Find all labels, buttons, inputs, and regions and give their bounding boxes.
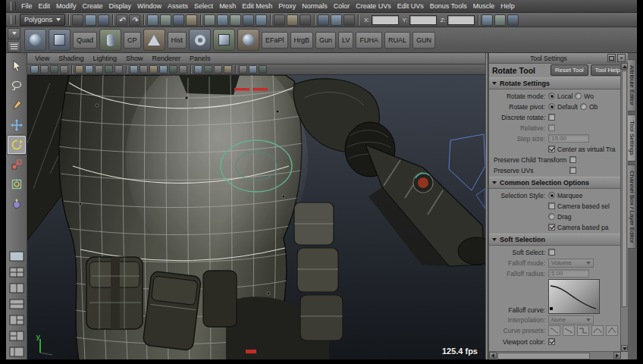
section-common-selection[interactable]: Common Selection Options	[489, 177, 621, 189]
shelf-torus-icon[interactable]	[189, 29, 211, 51]
step-size-field[interactable]: 15.00	[548, 134, 589, 143]
falloff-radius-field[interactable]: 5.00	[548, 269, 589, 278]
center-virtual-checkbox[interactable]	[548, 146, 555, 152]
grid-toggle-icon[interactable]	[75, 65, 83, 74]
xray-icon[interactable]	[194, 65, 202, 74]
panel-vertical-scrollbar[interactable]	[620, 63, 628, 352]
open-scene-icon[interactable]	[85, 14, 96, 26]
shelf-tab-selector[interactable]	[8, 28, 20, 39]
fog-icon[interactable]	[224, 65, 232, 74]
menu-bonus-tools[interactable]: Bonus Tools	[427, 0, 470, 13]
input-connections-icon[interactable]	[274, 14, 285, 26]
snap-surface-icon[interactable]	[256, 14, 267, 26]
discrete-rotate-checkbox[interactable]	[548, 114, 555, 121]
menu-edit-uvs[interactable]: Edit UVs	[394, 0, 427, 13]
separate-layers-icon[interactable]	[239, 65, 247, 74]
layout-three-pane-left-button[interactable]	[8, 329, 26, 343]
layout-three-pane-right-button[interactable]	[8, 313, 26, 327]
coord-z-field[interactable]	[447, 15, 475, 25]
backface-culling-icon[interactable]	[204, 65, 212, 74]
preserve-uvs-checkbox[interactable]	[569, 167, 576, 174]
construction-history-icon[interactable]	[300, 14, 311, 26]
shelf-plane-icon[interactable]	[213, 29, 235, 51]
preset-ease-icon[interactable]	[548, 325, 560, 336]
menu-help[interactable]: Help	[497, 0, 518, 13]
statusline-grip[interactable]	[11, 15, 16, 24]
panel-restore-button[interactable]	[607, 54, 616, 62]
layout-four-pane-button[interactable]	[8, 265, 26, 279]
rotate-pivot-default-radio[interactable]	[548, 103, 555, 110]
menu-color[interactable]: Color	[331, 0, 353, 13]
menuset-selector[interactable]: Polygons	[20, 14, 65, 26]
lights-mode-icon[interactable]	[179, 65, 187, 74]
shelf-button-gun[interactable]: Gun	[315, 32, 336, 49]
coord-y-field[interactable]	[409, 15, 437, 25]
preserve-child-checkbox[interactable]	[569, 156, 576, 163]
layout-single-pane-button[interactable]	[8, 249, 26, 263]
camera-based-selection-checkbox[interactable]	[548, 202, 555, 209]
shelf-cylinder-icon[interactable]	[99, 29, 121, 51]
tool-settings-toggle-icon[interactable]	[494, 14, 506, 26]
scroll-down-arrow[interactable]	[621, 345, 628, 352]
marquee-radio[interactable]	[548, 192, 555, 199]
hypergraph-icon[interactable]	[259, 65, 267, 74]
vertical-scroll-thumb[interactable]	[622, 71, 627, 307]
menubar-grip[interactable]	[11, 2, 16, 11]
preset-bell-icon[interactable]	[591, 325, 604, 336]
menu-modify[interactable]: Modify	[53, 0, 80, 13]
drag-radio[interactable]	[548, 213, 555, 220]
undo-icon[interactable]: ↶	[116, 14, 127, 26]
menu-normals[interactable]: Normals	[299, 0, 331, 13]
viewport-menu-panels[interactable]: Panels	[185, 55, 215, 62]
viewport-color-checkbox[interactable]	[548, 338, 555, 345]
menu-proxy[interactable]: Proxy	[275, 0, 299, 13]
tab-attribute-editor[interactable]: Attribute Editor	[628, 59, 636, 111]
wireframe-mode-icon[interactable]	[149, 65, 158, 74]
safe-action-icon[interactable]	[130, 65, 138, 74]
lasso-tool-button[interactable]	[8, 77, 26, 95]
output-connections-icon[interactable]	[287, 14, 298, 26]
rotate-mode-world-radio[interactable]	[575, 93, 582, 99]
scroll-right-arrow[interactable]	[613, 352, 621, 359]
image-plane-icon[interactable]	[60, 65, 68, 74]
soft-mod-tool-button[interactable]	[8, 195, 26, 213]
menu-file[interactable]: File	[18, 0, 36, 13]
channel-box-toggle-icon[interactable]	[507, 14, 519, 26]
shelf-button-cp[interactable]: CP	[124, 32, 141, 49]
viewport-menu-lighting[interactable]: Lighting	[88, 55, 121, 62]
universal-manipulator-button[interactable]	[8, 175, 26, 193]
tab-tool-settings[interactable]: Tool Settings	[628, 115, 636, 162]
menu-edit-mesh[interactable]: Edit Mesh	[239, 0, 275, 13]
viewport-menu-show[interactable]: Show	[121, 55, 148, 62]
coord-x-field[interactable]	[372, 15, 399, 25]
menu-window[interactable]: Window	[134, 0, 165, 13]
select-tool-button[interactable]	[8, 57, 26, 75]
shelf-sphere-icon[interactable]	[24, 29, 46, 51]
multilister-icon[interactable]	[249, 65, 257, 74]
rotate-pivot-object-radio[interactable]	[580, 103, 587, 110]
layout-two-pane-vertical-button[interactable]	[8, 281, 26, 295]
camera-attrs-icon[interactable]	[40, 65, 49, 74]
paint-select-tool-button[interactable]	[8, 96, 26, 115]
gate-mask-icon[interactable]	[105, 65, 113, 74]
viewport-menu-renderer[interactable]: Renderer	[147, 55, 185, 62]
menu-muscle[interactable]: Muscle	[470, 0, 498, 13]
menu-create[interactable]: Create	[80, 0, 106, 13]
camera-select-icon[interactable]	[30, 65, 39, 74]
panel-close-button[interactable]: ×	[617, 54, 626, 62]
viewport-menu-view[interactable]: View	[30, 55, 54, 62]
snap-view-icon[interactable]	[243, 14, 254, 26]
save-scene-icon[interactable]	[98, 14, 109, 26]
shelf-button-rual[interactable]: RUAL	[384, 32, 410, 49]
snap-curve-icon[interactable]	[217, 14, 228, 26]
shelf-button-efapl[interactable]: EFaPl	[262, 32, 288, 49]
textured-mode-icon[interactable]	[169, 65, 177, 74]
resolution-gate-icon[interactable]	[95, 65, 103, 74]
preset-linear-icon[interactable]	[563, 325, 575, 336]
safe-title-icon[interactable]	[140, 65, 148, 74]
preset-step-icon[interactable]	[577, 325, 589, 336]
panel-horizontal-scrollbar[interactable]	[489, 351, 621, 359]
menu-display[interactable]: Display	[106, 0, 135, 13]
move-tool-button[interactable]	[8, 116, 26, 134]
layout-outliner-persp-button[interactable]	[8, 345, 26, 359]
